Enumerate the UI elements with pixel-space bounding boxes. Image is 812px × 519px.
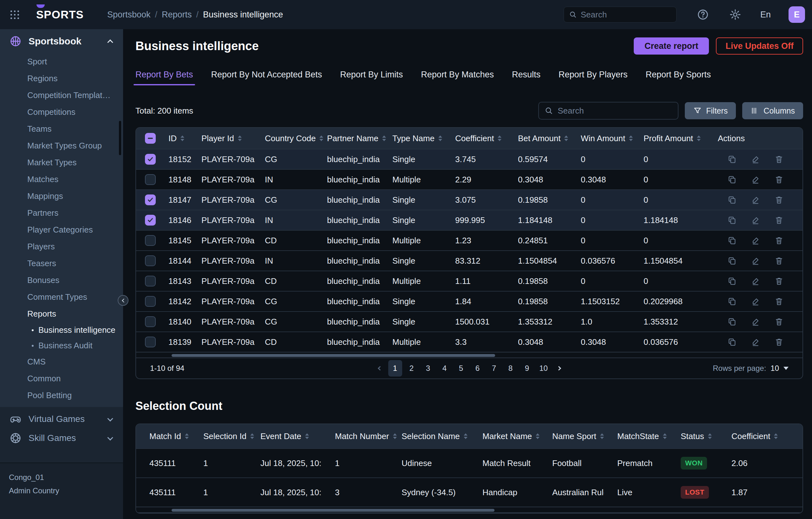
report-tab[interactable]: Report By Matches <box>421 70 494 85</box>
breadcrumb-item[interactable]: Reports <box>162 10 192 20</box>
chevron-left-icon[interactable] <box>373 362 386 375</box>
sidebar-item[interactable]: Sport <box>0 53 123 70</box>
collapse-sidebar-icon[interactable] <box>118 295 128 306</box>
language-selector[interactable]: En <box>760 10 771 20</box>
copy-icon[interactable] <box>727 175 737 184</box>
sort-icon[interactable] <box>708 433 712 439</box>
sidebar-item[interactable]: Reports <box>0 306 123 322</box>
table-row[interactable]: 18139 PLAYER-709a… CD bluechip_india Mul… <box>136 331 803 352</box>
row-checkbox[interactable] <box>145 316 156 327</box>
sort-icon[interactable] <box>600 433 604 439</box>
sidebar-item[interactable]: Competition Templat… <box>0 87 123 104</box>
sidebar-item[interactable]: Competitions <box>0 104 123 120</box>
column-header[interactable]: Country Code <box>255 134 318 143</box>
row-checkbox[interactable] <box>145 195 156 205</box>
copy-icon[interactable] <box>727 215 737 225</box>
edit-icon[interactable] <box>751 337 760 347</box>
sidebar-item[interactable]: Teams <box>0 120 123 137</box>
sidebar-section-virtual-games[interactable]: Virtual Games <box>0 409 123 429</box>
copy-icon[interactable] <box>727 236 737 245</box>
column-header[interactable]: Selection Id <box>190 431 247 441</box>
row-checkbox[interactable] <box>145 235 156 246</box>
sort-icon[interactable] <box>438 136 442 141</box>
app-logo[interactable]: SPORTS <box>36 8 84 21</box>
report-tab[interactable]: Report By Sports <box>646 70 711 85</box>
scrollbar-thumb[interactable] <box>172 509 494 512</box>
column-header[interactable]: Actions <box>708 134 803 143</box>
page-number[interactable]: 9 <box>520 360 534 377</box>
column-header[interactable]: Partner Name <box>318 134 383 143</box>
column-header[interactable]: Match Number <box>322 431 388 441</box>
column-header[interactable]: Match Id <box>136 431 190 441</box>
table-row[interactable]: 18140 PLAYER-709a… CG bluechip_india Sin… <box>136 311 803 331</box>
row-checkbox[interactable] <box>145 296 156 307</box>
edit-icon[interactable] <box>751 215 760 225</box>
sidebar-item[interactable]: Bonuses <box>0 272 123 289</box>
scrollbar-thumb[interactable] <box>172 354 495 357</box>
sort-icon[interactable] <box>774 433 778 439</box>
rows-per-page-value[interactable]: 10 <box>771 364 779 373</box>
table-row[interactable]: 435111 1 Jul 18, 2025, 10:… 1 Udinese Ma… <box>136 448 803 478</box>
sidebar-scrollbar[interactable] <box>119 121 121 155</box>
column-header[interactable]: Status <box>667 431 718 441</box>
sidebar-item[interactable]: Market Types <box>0 154 123 171</box>
chevron-right-icon[interactable] <box>553 362 566 375</box>
sort-icon[interactable] <box>564 136 568 141</box>
delete-icon[interactable] <box>774 276 784 286</box>
sidebar-item[interactable]: Business intelligence <box>0 322 123 338</box>
sidebar-item[interactable]: Matches <box>0 171 123 188</box>
sort-icon[interactable] <box>498 136 501 141</box>
edit-icon[interactable] <box>751 317 760 326</box>
help-icon[interactable] <box>697 8 709 21</box>
select-all-checkbox[interactable] <box>145 133 156 144</box>
filters-button[interactable]: Filters <box>685 102 736 119</box>
avatar[interactable]: E <box>788 6 805 23</box>
table-row[interactable]: 18146 PLAYER-709a… IN bluechip_india Sin… <box>136 210 803 230</box>
delete-icon[interactable] <box>774 215 784 225</box>
copy-icon[interactable] <box>727 256 737 265</box>
table-row[interactable]: 18143 PLAYER-709a… CD bluechip_india Mul… <box>136 270 803 291</box>
table-row[interactable]: 18147 PLAYER-709a… CG bluechip_india Sin… <box>136 190 803 210</box>
sort-icon[interactable] <box>629 136 633 141</box>
sort-icon[interactable] <box>180 136 184 141</box>
table-search[interactable] <box>538 102 678 120</box>
row-checkbox[interactable] <box>145 174 156 185</box>
sidebar-item[interactable]: Players <box>0 238 123 255</box>
edit-icon[interactable] <box>751 276 760 286</box>
column-header[interactable]: Coefficient <box>718 431 803 441</box>
report-tab[interactable]: Report By Players <box>558 70 628 85</box>
page-number[interactable]: 4 <box>438 360 452 377</box>
delete-icon[interactable] <box>774 317 784 326</box>
column-header[interactable]: Profit Amount <box>634 134 708 143</box>
edit-icon[interactable] <box>751 154 760 164</box>
sort-icon[interactable] <box>464 433 467 439</box>
sidebar-item[interactable]: Comment Types <box>0 289 123 306</box>
copy-icon[interactable] <box>727 276 737 286</box>
page-number[interactable]: 8 <box>504 360 518 377</box>
table-row[interactable]: 435111 1 Jul 18, 2025, 10:… 3 Sydney (-3… <box>136 478 803 507</box>
create-report-button[interactable]: Create report <box>634 37 709 55</box>
report-tab[interactable]: Report By Limits <box>340 70 403 85</box>
sort-icon[interactable] <box>663 433 667 439</box>
sidebar-item[interactable]: Regions <box>0 70 123 87</box>
breadcrumb-item[interactable]: Sportsbook <box>107 10 151 20</box>
column-header[interactable]: Win Amount <box>571 134 634 143</box>
edit-icon[interactable] <box>751 175 760 184</box>
column-header[interactable]: Player Id <box>192 134 255 143</box>
row-checkbox[interactable] <box>145 154 156 165</box>
column-header[interactable]: Coefficient <box>446 134 509 143</box>
sidebar-item[interactable]: Common <box>0 370 123 387</box>
live-updates-button[interactable]: Live Updates Off <box>716 37 803 55</box>
delete-icon[interactable] <box>774 154 784 164</box>
column-header[interactable]: Name Sport <box>539 431 604 441</box>
page-number[interactable]: 2 <box>405 360 419 377</box>
delete-icon[interactable] <box>774 236 784 245</box>
column-header[interactable]: Selection Name <box>388 431 469 441</box>
report-tab[interactable]: Report By Not Accepted Bets <box>211 70 322 85</box>
sidebar-item[interactable]: Business Audit <box>0 338 123 353</box>
table-row[interactable]: 18145 PLAYER-709a… CD bluechip_india Mul… <box>136 230 803 250</box>
copy-icon[interactable] <box>727 317 737 326</box>
column-header[interactable]: MatchState <box>604 431 667 441</box>
edit-icon[interactable] <box>751 236 760 245</box>
column-header[interactable]: Bet Amount <box>509 134 571 143</box>
